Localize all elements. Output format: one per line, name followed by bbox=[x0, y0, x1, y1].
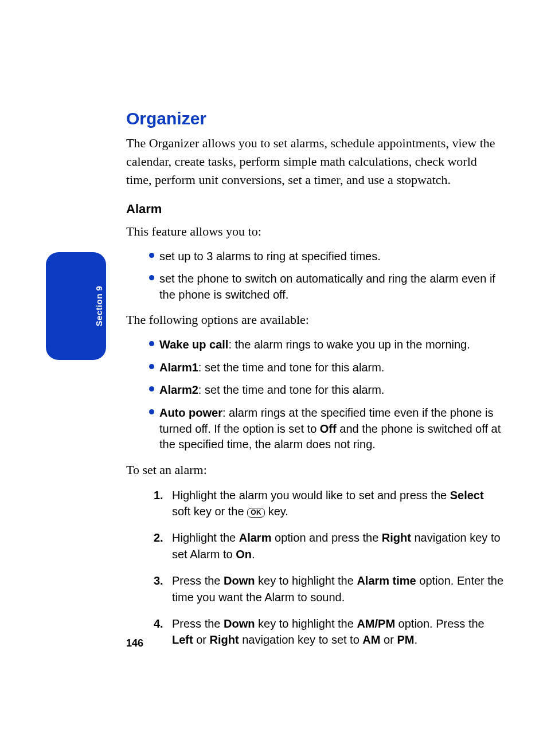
list-item: Wake up call: the alarm rings to wake yo… bbox=[126, 337, 505, 353]
step-text: Press the bbox=[172, 617, 224, 630]
step-item: 2. Highlight the Alarm option and press … bbox=[126, 530, 505, 562]
section-tab-label: Section 9 bbox=[94, 285, 104, 326]
step-number: 3. bbox=[154, 573, 163, 589]
step-number: 4. bbox=[154, 616, 163, 632]
step-bold: PM bbox=[397, 633, 414, 646]
list-item: Alarm2: set the time and tone for this a… bbox=[126, 382, 505, 398]
bullet-icon bbox=[149, 386, 154, 391]
list-item: set the phone to switch on automatically… bbox=[126, 271, 505, 303]
ok-key-icon: OK bbox=[247, 508, 265, 518]
list-item: Auto power: alarm rings at the specified… bbox=[126, 405, 505, 453]
option-desc: : the alarm rings to wake you up in the … bbox=[228, 338, 470, 351]
list-item-text: set up to 3 alarms to ring at specified … bbox=[159, 250, 381, 263]
step-number: 1. bbox=[154, 487, 163, 503]
step-bold: Down bbox=[224, 574, 255, 587]
step-text: navigation key to set to bbox=[239, 633, 363, 646]
bullet-icon bbox=[149, 364, 154, 369]
step-bold: Select bbox=[450, 489, 484, 502]
step-text: key to highlight the bbox=[255, 574, 357, 587]
option-name: Alarm1 bbox=[159, 361, 198, 374]
step-text: option. Press the bbox=[395, 617, 485, 630]
step-item: 3. Press the Down key to highlight the A… bbox=[126, 573, 505, 605]
step-bold: Right bbox=[210, 633, 239, 646]
steps-lead: To set an alarm: bbox=[126, 461, 505, 479]
step-text: key to highlight the bbox=[255, 617, 357, 630]
step-bold: Right bbox=[382, 531, 411, 544]
feature-list: set up to 3 alarms to ring at specified … bbox=[126, 249, 505, 303]
section-tab: Section 9 bbox=[46, 252, 106, 360]
options-lead: The following options are available: bbox=[126, 311, 505, 329]
option-name: Auto power bbox=[159, 406, 222, 419]
option-desc: : set the time and tone for this alarm. bbox=[198, 383, 385, 396]
heading-organizer: Organizer bbox=[126, 109, 505, 128]
bullet-icon bbox=[149, 409, 154, 414]
alarm-lead: This feature allows you to: bbox=[126, 222, 505, 241]
steps-list: 1. Highlight the alarm you would like to… bbox=[126, 487, 505, 648]
step-item: 1. Highlight the alarm you would like to… bbox=[126, 487, 505, 520]
page: Section 9 Organizer The Organizer allows… bbox=[0, 0, 547, 756]
heading-alarm: Alarm bbox=[126, 202, 505, 217]
step-bold: Down bbox=[224, 617, 255, 630]
step-text: key. bbox=[265, 505, 288, 518]
step-text: option and press the bbox=[271, 531, 381, 544]
option-desc: : set the time and tone for this alarm. bbox=[198, 361, 385, 374]
option-name: Alarm2 bbox=[159, 383, 198, 396]
list-item: set up to 3 alarms to ring at specified … bbox=[126, 249, 505, 265]
step-text: or bbox=[193, 633, 210, 646]
options-list: Wake up call: the alarm rings to wake yo… bbox=[126, 337, 505, 453]
step-bold: Left bbox=[172, 633, 193, 646]
step-text: . bbox=[414, 633, 417, 646]
list-item-text: set the phone to switch on automatically… bbox=[159, 272, 495, 301]
bullet-icon bbox=[149, 275, 154, 280]
step-text: Highlight the alarm you would like to se… bbox=[172, 489, 450, 502]
content-column: Organizer The Organizer allows you to se… bbox=[126, 109, 505, 659]
bullet-icon bbox=[149, 253, 154, 258]
step-number: 2. bbox=[154, 530, 163, 546]
step-bold: On bbox=[236, 548, 252, 561]
step-bold: Alarm bbox=[239, 531, 272, 544]
step-text: Press the bbox=[172, 574, 224, 587]
step-text: . bbox=[252, 548, 255, 561]
step-bold: Alarm time bbox=[357, 574, 416, 587]
option-name: Wake up call bbox=[159, 338, 228, 351]
step-text: or bbox=[380, 633, 397, 646]
page-number: 146 bbox=[126, 637, 143, 649]
bullet-icon bbox=[149, 341, 154, 346]
intro-paragraph: The Organizer allows you to set alarms, … bbox=[126, 134, 505, 189]
step-text: Highlight the bbox=[172, 531, 239, 544]
step-text: soft key or the bbox=[172, 505, 247, 518]
step-item: 4. Press the Down key to highlight the A… bbox=[126, 616, 505, 648]
list-item: Alarm1: set the time and tone for this a… bbox=[126, 360, 505, 376]
step-bold: AM/PM bbox=[357, 617, 395, 630]
option-desc-bold: Off bbox=[320, 422, 337, 435]
step-bold: AM bbox=[362, 633, 380, 646]
